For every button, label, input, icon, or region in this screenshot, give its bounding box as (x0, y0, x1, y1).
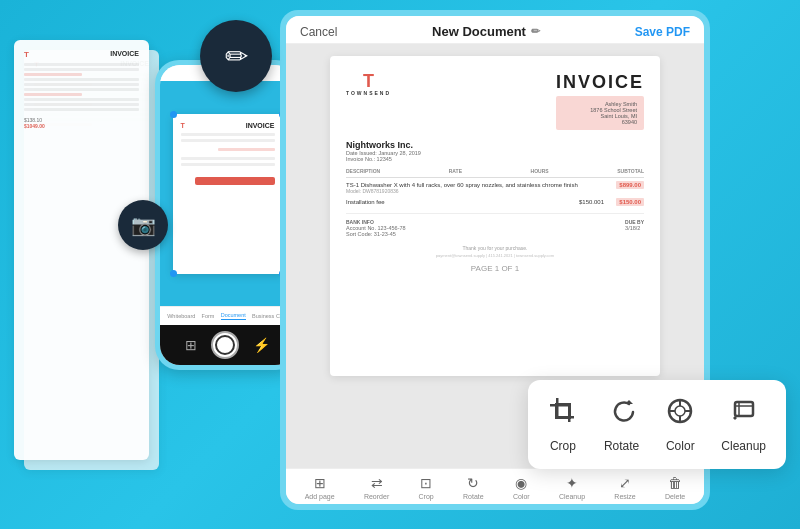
scan-corner-dot-bl (170, 270, 177, 277)
floating-crop-button[interactable]: Crop (548, 396, 578, 453)
invoice-table-header: DESCRIPTION RATE HOURS SUBTOTAL (346, 168, 644, 178)
cancel-button[interactable]: Cancel (300, 25, 337, 39)
cleanup-icon: ✦ (566, 475, 578, 491)
invoice-row-1: TS-1 Dishwasher X with 4 full racks, ove… (346, 182, 644, 194)
invoice-bank-info: BANK INFO Account No. 123-456-78 Sort Co… (346, 213, 644, 237)
rotate-icon: ↻ (467, 475, 479, 491)
floating-rotate-icon (607, 396, 637, 433)
phone-device: ⌂ T INVOICE (155, 60, 300, 370)
floating-color-icon (665, 396, 695, 433)
svg-rect-3 (568, 404, 571, 422)
tool-delete[interactable]: 🗑 Delete (665, 475, 685, 500)
floating-rotate-label: Rotate (604, 439, 639, 453)
camera-icon: 📷 (131, 213, 156, 237)
crop-label: Crop (419, 493, 434, 500)
save-pdf-button[interactable]: Save PDF (635, 25, 690, 39)
tool-rotate[interactable]: ↻ Rotate (463, 475, 484, 500)
svg-point-7 (675, 406, 685, 416)
add-page-icon: ⊞ (314, 475, 326, 491)
phone-mini-invoice: T INVOICE (181, 122, 275, 166)
cleanup-label: Cleanup (559, 493, 585, 500)
phone-capture-button[interactable] (211, 331, 239, 359)
tool-cleanup[interactable]: ✦ Cleanup (559, 475, 585, 500)
invoice-logo: T TOWNSEND (346, 72, 391, 96)
tablet-header: Cancel New Document ✏ Save PDF (286, 16, 704, 44)
reorder-icon: ⇄ (371, 475, 383, 491)
edit-title-icon[interactable]: ✏ (531, 25, 540, 38)
phone-tab-bar: Whiteboard Form Document Business Card (160, 306, 295, 325)
camera-circle-button[interactable]: 📷 (118, 200, 168, 250)
floating-color-button[interactable]: Color (665, 396, 695, 453)
delete-label: Delete (665, 493, 685, 500)
phone-capture-area: ⊞ ⚡ (160, 325, 295, 365)
add-page-label: Add page (305, 493, 335, 500)
phone-flash-icon[interactable]: ⚡ (253, 337, 270, 353)
scan-corner-dot-tl (170, 111, 177, 118)
tablet-bottom-toolbar: ⊞ Add page ⇄ Reorder ⊡ Crop ↻ Rotate ◉ C… (286, 468, 704, 504)
page-indicator: PAGE 1 OF 1 (346, 264, 644, 273)
phone-scan-area: T INVOICE (173, 114, 283, 274)
tool-reorder[interactable]: ⇄ Reorder (364, 475, 389, 500)
rotate-label: Rotate (463, 493, 484, 500)
floating-cleanup-icon (729, 396, 759, 433)
bg-paper-1: T INVOICE $138.10 $1049.00 (14, 40, 149, 460)
phone-tab-document[interactable]: Document (221, 312, 246, 320)
invoice-client-info: Nightworks Inc. Date Issued: January 28,… (346, 140, 644, 162)
floating-color-label: Color (666, 439, 695, 453)
floating-crop-label: Crop (550, 439, 576, 453)
tool-color[interactable]: ◉ Color (513, 475, 530, 500)
invoice-document: T TOWNSEND INVOICE Ashley Smith 1876 Sch… (330, 56, 660, 376)
resize-icon: ⤢ (619, 475, 631, 491)
delete-icon: 🗑 (668, 475, 682, 491)
svg-rect-13 (735, 402, 753, 416)
phone-gallery-icon[interactable]: ⊞ (185, 337, 197, 353)
floating-toolbar: Crop Rotate Color (528, 380, 786, 469)
svg-rect-4 (556, 416, 574, 419)
phone-tab-form[interactable]: Form (202, 313, 215, 319)
color-icon: ◉ (515, 475, 527, 491)
floating-rotate-button[interactable]: Rotate (604, 396, 639, 453)
floating-crop-icon (548, 396, 578, 433)
crop-icon: ⊡ (420, 475, 432, 491)
tool-crop[interactable]: ⊡ Crop (419, 475, 434, 500)
phone-tab-whiteboard[interactable]: Whiteboard (167, 313, 195, 319)
invoice-address: Ashley Smith 1876 School Street Saint Lo… (556, 96, 644, 130)
reorder-label: Reorder (364, 493, 389, 500)
resize-label: Resize (614, 493, 635, 500)
tool-resize[interactable]: ⤢ Resize (614, 475, 635, 500)
pencil-circle-button[interactable]: ✏ (200, 20, 272, 92)
phone-scan-content: T INVOICE (160, 81, 295, 306)
tool-add-page[interactable]: ⊞ Add page (305, 475, 335, 500)
color-label: Color (513, 493, 530, 500)
floating-cleanup-label: Cleanup (721, 439, 766, 453)
invoice-footer: Thank you for your purchase. payment@tow… (346, 245, 644, 258)
document-title: New Document ✏ (432, 24, 540, 39)
invoice-row-2: Installation fee $150.00 1 $150.00 (346, 199, 644, 205)
floating-cleanup-button[interactable]: Cleanup (721, 396, 766, 453)
pencil-icon: ✏ (225, 40, 248, 73)
